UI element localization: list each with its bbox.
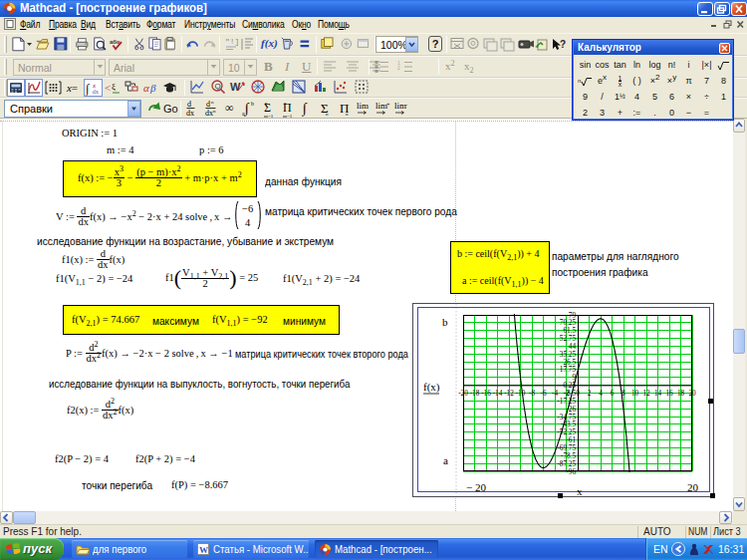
svg-text:-61: -61 [566, 436, 576, 444]
svg-text:18: 18 [677, 390, 685, 398]
svg-text:26.5: 26.5 [563, 359, 576, 367]
svg-text:-34.75: -34.75 [557, 414, 576, 421]
svg-text:14: 14 [654, 390, 662, 398]
svg-text:x: x [577, 485, 583, 497]
svg-text:-16: -16 [481, 390, 491, 398]
svg-text:-20: -20 [458, 390, 468, 398]
svg-text:-4: -4 [552, 390, 558, 398]
svg-text:4: 4 [599, 390, 603, 398]
svg-text:-17.25: -17.25 [557, 398, 576, 406]
svg-text:52.75: 52.75 [560, 335, 577, 343]
svg-text:17.75: 17.75 [560, 366, 577, 374]
svg-text:-87.25: -87.25 [557, 460, 576, 468]
svg-text:W: W [199, 545, 208, 555]
svg-text:8: 8 [622, 390, 625, 398]
svg-text:2: 2 [588, 390, 592, 398]
svg-text:-78.5: -78.5 [561, 452, 576, 460]
svg-text:10: 10 [631, 390, 639, 398]
svg-text:-10: -10 [516, 390, 526, 398]
svg-text:-14: -14 [493, 390, 503, 398]
svg-text:61.5: 61.5 [563, 327, 576, 335]
svg-text:44: 44 [569, 343, 577, 351]
svg-text:20: 20 [688, 390, 696, 398]
svg-text:9: 9 [572, 374, 576, 382]
svg-text:a: a [443, 454, 448, 466]
svg-text:79: 79 [569, 312, 577, 320]
svg-text:-43.5: -43.5 [561, 420, 576, 428]
svg-text:f(x): f(x) [423, 381, 440, 394]
svg-text:-12: -12 [504, 390, 514, 398]
svg-text:6: 6 [611, 390, 615, 398]
svg-text:-6: -6 [541, 390, 547, 398]
svg-text:-26: -26 [566, 406, 576, 414]
svg-text:0: 0 [576, 390, 580, 398]
svg-text:− 20: − 20 [466, 481, 486, 493]
svg-text:-8: -8 [529, 390, 535, 398]
svg-text:35.25: 35.25 [560, 351, 577, 359]
svg-text:20: 20 [687, 481, 699, 493]
svg-text:12: 12 [642, 390, 650, 398]
svg-text:-18: -18 [470, 390, 480, 398]
svg-text:-52.25: -52.25 [557, 428, 576, 436]
svg-text:n: n [578, 78, 581, 84]
svg-text:70.25: 70.25 [560, 319, 577, 327]
svg-text:-96: -96 [566, 468, 576, 476]
svg-text:-2: -2 [564, 390, 570, 398]
svg-text:16: 16 [665, 390, 673, 398]
svg-text:-69.75: -69.75 [557, 444, 576, 452]
svg-text:b: b [442, 316, 448, 328]
